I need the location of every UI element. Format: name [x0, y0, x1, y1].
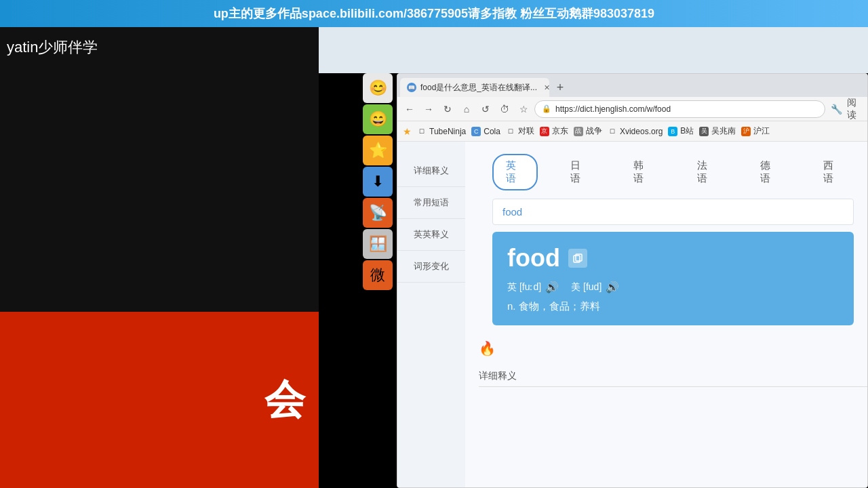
bookmarks-star[interactable]: ★ — [403, 126, 412, 137]
uk-pron-text: 英 [fuːd] — [507, 281, 541, 293]
tab-favicon: 📖 — [407, 83, 416, 92]
new-tab-button[interactable]: + — [551, 78, 570, 97]
nav-bar: ← → ↻ ⌂ ↺ ⏱ ☆ 🔒 https://dict.hjenglish.c… — [397, 97, 867, 121]
wuzn-icon: 吴 — [699, 127, 709, 136]
pronunciation-row: 英 [fuːd] 🔊 美 [fud] 🔊 — [507, 281, 839, 293]
tab-bar: 📖 food是什么意思_英语在线翻译... ✕ + — [397, 74, 867, 97]
huj-icon: 沪 — [741, 127, 751, 136]
lock-icon: 🔒 — [542, 104, 551, 113]
top-banner: up主的更多作品space.bilibili.com/386775905请多指教… — [0, 0, 868, 27]
tab-close-button[interactable]: ✕ — [544, 83, 549, 92]
lang-tab-japanese[interactable]: 日语 — [558, 155, 601, 189]
sidebar: 😊😄⭐⬇📡🪟微 — [363, 73, 395, 290]
nav-english-def[interactable]: 英英释义 — [397, 219, 465, 251]
address-bar[interactable]: 🔒 https://dict.hjenglish.com/w/food — [534, 100, 825, 118]
bookmark-wuzn[interactable]: 吴 吴兆南 — [699, 125, 736, 137]
duilin-icon: ☐ — [506, 127, 515, 136]
search-box[interactable]: food — [492, 199, 854, 225]
refresh-button[interactable]: ↻ — [439, 101, 456, 117]
sidebar-icon-weibo[interactable]: 微 — [363, 260, 393, 290]
bookmark-jd[interactable]: 京 京东 — [540, 125, 568, 137]
detailed-def-label: 详细释义 — [479, 370, 517, 381]
word-title: food — [507, 244, 560, 272]
timer-button[interactable]: ⏱ — [496, 101, 513, 117]
sidebar-icon-laugh[interactable]: 😄 — [363, 104, 393, 134]
jd-icon: 京 — [540, 127, 549, 136]
bookmark-bilibili[interactable]: B B站 — [668, 125, 694, 137]
definition-text: n. 食物，食品；养料 — [507, 300, 600, 312]
us-pronunciation: 美 [fud] 🔊 — [571, 281, 619, 293]
detailed-def-title: 详细释义 — [479, 370, 867, 387]
copy-icon[interactable] — [568, 249, 587, 268]
lang-tab-french[interactable]: 法语 — [685, 155, 728, 189]
checkbox-tubeninja: ☐ — [417, 127, 427, 136]
sidebar-icon-star[interactable]: ⭐ — [363, 136, 393, 165]
bookmarks-bar: ★ ☐ TubeNinja C Cola ☐ 对联 京 京东 战 战争 ☐ Xv… — [397, 121, 867, 142]
us-speaker-icon[interactable]: 🔊 — [606, 281, 619, 293]
red-box: 会 — [0, 312, 319, 488]
uk-speaker-icon[interactable]: 🔊 — [545, 281, 559, 293]
nav-detailed[interactable]: 详细释义 — [397, 155, 465, 187]
browser-window: 📖 food是什么意思_英语在线翻译... ✕ + ← → ↻ ⌂ ↺ ⏱ ☆ … — [397, 73, 868, 488]
lang-tab-korean[interactable]: 韩语 — [621, 155, 664, 189]
sidebar-icon-window[interactable]: 🪟 — [363, 229, 393, 259]
main-content: 英语 日语 韩语 法语 德语 西语 food food — [465, 142, 867, 401]
bookmark-tubeninja[interactable]: ☐ TubeNinja — [417, 127, 466, 136]
history-button[interactable]: ↺ — [477, 101, 494, 117]
bookmark-cola[interactable]: C Cola — [471, 127, 500, 136]
lang-tabs: 英语 日语 韩语 法语 德语 西语 — [479, 142, 867, 199]
lang-tab-spanish[interactable]: 西语 — [811, 155, 854, 189]
lang-tab-german[interactable]: 德语 — [748, 155, 791, 189]
red-box-text: 会 — [264, 373, 305, 428]
browser-tab[interactable]: 📖 food是什么意思_英语在线翻译... ✕ — [400, 78, 549, 97]
address-text: https://dict.hjenglish.com/w/food — [555, 104, 671, 114]
reader-mode-button[interactable]: 阅读 — [847, 101, 863, 117]
bookmark-duilin[interactable]: ☐ 对联 — [506, 125, 534, 137]
sidebar-icon-download[interactable]: ⬇ — [363, 167, 393, 197]
back-button[interactable]: ← — [401, 101, 418, 117]
xvideos-icon: ☐ — [608, 127, 617, 136]
sidebar-icon-smiley[interactable]: 😊 — [363, 73, 393, 103]
us-pron-text: 美 [fud] — [571, 281, 601, 293]
search-word: food — [502, 206, 522, 218]
fire-icon: 🔥 — [479, 341, 496, 356]
nav-phrases[interactable]: 常用短语 — [397, 187, 465, 219]
page-content: 详细释义 常用短语 英英释义 词形变化 英语 日语 韩语 法语 德语 西语 fo… — [397, 142, 867, 487]
war-icon: 战 — [574, 127, 583, 136]
definition-row: n. 食物，食品；养料 — [507, 300, 839, 313]
cola-icon: C — [471, 127, 481, 136]
gray-top-area — [319, 27, 868, 73]
bilibili-icon: B — [668, 127, 677, 136]
forward-button[interactable]: → — [420, 101, 437, 117]
left-text: yatin少师伴学 — [7, 37, 98, 58]
content-sidebar: 详细释义 常用短语 英英释义 词形变化 — [397, 142, 465, 487]
lang-tab-english[interactable]: 英语 — [492, 154, 538, 190]
home-button[interactable]: ⌂ — [458, 101, 475, 117]
uk-pronunciation: 英 [fuːd] 🔊 — [507, 281, 559, 293]
bookmark-xvideos[interactable]: ☐ Xvideos.org — [608, 127, 663, 136]
word-title-row: food — [507, 244, 839, 272]
extensions-button[interactable]: 🔧 — [828, 101, 844, 117]
bookmark-star[interactable]: ☆ — [515, 101, 532, 117]
bookmark-war[interactable]: 战 战争 — [574, 125, 602, 137]
fire-section: 🔥 — [479, 332, 867, 365]
tab-label: food是什么意思_英语在线翻译... — [420, 82, 537, 94]
bookmark-huj[interactable]: 沪 沪江 — [741, 125, 770, 137]
nav-forms[interactable]: 词形变化 — [397, 251, 465, 283]
word-card: food 英 [fuːd] 🔊 美 [fud] — [492, 232, 854, 325]
sidebar-icon-rss[interactable]: 📡 — [363, 198, 393, 228]
